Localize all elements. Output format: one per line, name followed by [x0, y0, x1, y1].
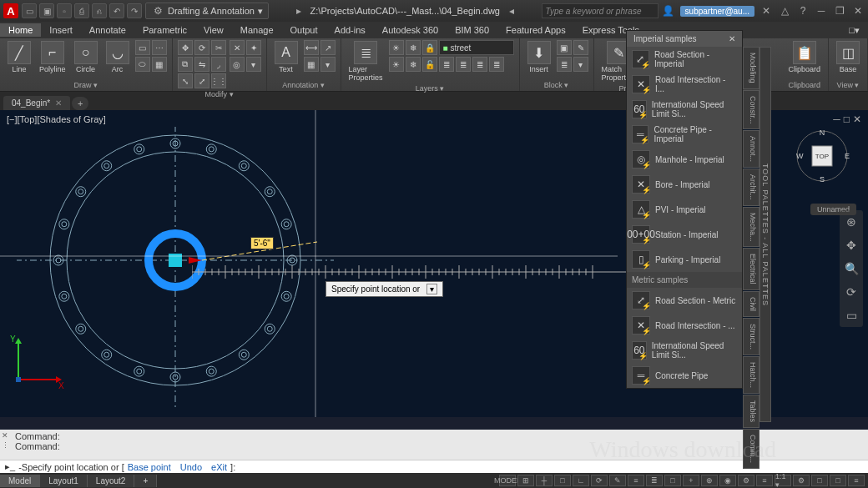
palette-item[interactable]: △⚡ PVI - Imperial — [627, 197, 742, 222]
polyline-button[interactable]: ⌐Polyline — [37, 40, 68, 74]
qat-undo-icon[interactable]: ↶ — [109, 3, 124, 18]
layer-btn-icon[interactable]: 🔓 — [422, 57, 437, 72]
insert-button[interactable]: ⬇Insert — [525, 40, 553, 74]
status-toggle[interactable]: ⚙ — [793, 475, 810, 486]
panel-label[interactable]: Draw ▾ — [5, 81, 167, 89]
table-icon[interactable]: ▦ — [304, 57, 319, 72]
layer-btn-icon[interactable]: ≣ — [439, 57, 454, 72]
status-toggle[interactable]: ≡ — [628, 475, 644, 486]
tab-bim360[interactable]: BIM 360 — [447, 23, 497, 37]
layeriso-icon[interactable]: ❄ — [406, 40, 421, 55]
palette-item[interactable]: ◎⚡ Manhole - Imperial — [627, 147, 742, 172]
panel-label[interactable]: Layers ▾ — [346, 84, 514, 93]
status-toggle[interactable]: ∟ — [573, 475, 589, 486]
draw-hatch-icon[interactable]: ▦ — [152, 57, 167, 72]
qat-new-icon[interactable]: ▭ — [22, 3, 37, 18]
restore-icon[interactable]: ❐ — [833, 4, 846, 18]
block-create-icon[interactable]: ▣ — [557, 40, 572, 55]
signin-icon[interactable]: 👤 — [662, 4, 675, 18]
layer-btn-icon[interactable]: ≣ — [489, 57, 504, 72]
close-tab-icon[interactable]: ✕ — [55, 98, 62, 108]
modify-more-icon[interactable]: ▾ — [246, 57, 261, 72]
layout1-tab[interactable]: Layout1 — [40, 475, 88, 487]
palette-sidetab[interactable]: Electrical — [743, 248, 760, 290]
palette-item[interactable]: ✕⚡ Road Intersection - ... — [627, 313, 742, 338]
status-toggle[interactable]: ⊞ — [517, 475, 534, 486]
fillet-icon[interactable]: ◞ — [211, 57, 226, 72]
palette-item[interactable]: 60⚡ International Speed Limit Si... — [627, 338, 742, 363]
block-attr-icon[interactable]: ≣ — [557, 57, 572, 72]
palette-item[interactable]: ═⚡ Concrete Pipe - Imperial — [627, 122, 742, 147]
palette-item[interactable]: 00+00⚡ Station - Imperial — [627, 222, 742, 247]
qat-redo-icon[interactable]: ↷ — [127, 3, 142, 18]
copy-icon[interactable]: ⧉ — [178, 57, 193, 72]
status-toggle[interactable]: ✎ — [609, 475, 626, 486]
tab-a360[interactable]: Autodesk 360 — [374, 23, 447, 37]
panel-label[interactable]: Block ▾ — [525, 81, 588, 89]
status-toggle[interactable]: □ — [830, 475, 846, 486]
status-toggle[interactable]: ⚙ — [738, 475, 754, 486]
palette-item[interactable]: ✕⚡ Bore - Imperial — [627, 172, 742, 197]
panel-label[interactable]: Modify ▾ — [178, 90, 261, 98]
palette-item[interactable]: 60⚡ International Speed Limit Si... — [627, 97, 742, 122]
palette-sidetab[interactable]: Hatch... — [743, 356, 760, 394]
qat-saveas-icon[interactable]: ⎙ — [74, 3, 89, 18]
zoom-icon[interactable]: 🔍 — [843, 260, 860, 277]
palette-titlebar[interactable]: TOOL PALETTES - ALL PALETTES — [760, 47, 771, 422]
palette-item[interactable]: ▯⚡ Parking - Imperial — [627, 247, 742, 272]
array-icon[interactable]: ⋮⋮ — [211, 73, 226, 88]
palette-sidetab[interactable]: Civil — [743, 291, 760, 317]
cmd-option[interactable]: Undo — [180, 462, 202, 472]
palette-sidetab[interactable]: Annot... — [743, 130, 760, 168]
panel-label[interactable]: View ▾ — [834, 81, 862, 89]
status-toggle[interactable]: ≡ — [756, 475, 773, 486]
tab-manage[interactable]: Manage — [232, 23, 282, 37]
qat-save-icon[interactable]: ▫ — [57, 3, 72, 18]
block-edit-icon[interactable]: ✎ — [573, 40, 588, 55]
layer-btn-icon[interactable]: ≣ — [456, 57, 471, 72]
tab-output[interactable]: Output — [282, 23, 326, 37]
scale-icon[interactable]: ⤢ — [194, 73, 209, 88]
text-button[interactable]: AText — [272, 40, 300, 74]
status-toggle[interactable]: ⊕ — [701, 475, 718, 486]
palette-sidetab[interactable]: Constr... — [743, 90, 760, 130]
cmd-handle-icon[interactable]: ⋮ — [2, 441, 9, 450]
command-line[interactable]: ▸_ -Specify point location or [ Base poi… — [0, 460, 868, 473]
palette-sidetab[interactable]: Archit... — [743, 169, 760, 206]
exchange-icon[interactable]: ✕ — [760, 4, 773, 18]
steering-wheel-icon[interactable]: ⊛ — [843, 214, 860, 230]
offset-icon[interactable]: ◎ — [230, 57, 245, 72]
status-toggle[interactable]: ◉ — [719, 475, 736, 486]
status-toggle[interactable]: □ — [554, 475, 571, 486]
tab-view[interactable]: View — [195, 23, 232, 37]
block-more-icon[interactable]: ▾ — [573, 57, 588, 72]
line-button[interactable]: ╱Line — [5, 40, 33, 74]
command-window[interactable]: ✕ ⋮ Command:Command: ▸_ -Specify point l… — [0, 430, 868, 473]
palette-close-icon[interactable]: ✕ — [729, 34, 735, 43]
tab-home[interactable]: Home — [0, 23, 41, 37]
cmd-close-icon[interactable]: ✕ — [2, 431, 9, 440]
workspace-selector[interactable]: ⚙ Drafting & Annotation ▾ — [145, 3, 269, 19]
palette-item[interactable]: ═⚡ Concrete Pipe — [627, 363, 742, 388]
viewcube[interactable]: N E S W TOP — [793, 127, 851, 202]
erase-icon[interactable]: ✕ — [230, 40, 245, 55]
tab-addins[interactable]: Add-ins — [326, 23, 374, 37]
draw-more-icon[interactable]: ⋯ — [152, 40, 167, 55]
pan-icon[interactable]: ✥ — [843, 237, 860, 254]
draw-ellipse-icon[interactable]: ⬭ — [135, 57, 150, 72]
a360-icon[interactable]: △ — [778, 4, 791, 18]
palette-sidetab[interactable]: Modeling — [743, 47, 760, 89]
status-toggle[interactable]: □ — [811, 475, 828, 486]
new-tab-button[interactable]: + — [72, 97, 88, 110]
ribbon-help-icon[interactable]: □▾ — [840, 23, 868, 38]
stretch-icon[interactable]: ⤡ — [178, 73, 193, 88]
palette-item[interactable]: ✕⚡ Road Intersection - I... — [627, 72, 742, 97]
status-toggle[interactable]: ≣ — [646, 475, 663, 486]
anno-more-icon[interactable]: ▾ — [320, 57, 336, 72]
explode-icon[interactable]: ✦ — [246, 40, 261, 55]
clipboard-button[interactable]: 📋Clipboard — [785, 40, 823, 74]
tab-featured[interactable]: Featured Apps — [497, 23, 574, 37]
status-toggle[interactable]: MODEL — [499, 475, 516, 486]
qat-open-icon[interactable]: ▣ — [39, 3, 54, 18]
status-toggle[interactable]: ┼ — [536, 475, 553, 486]
